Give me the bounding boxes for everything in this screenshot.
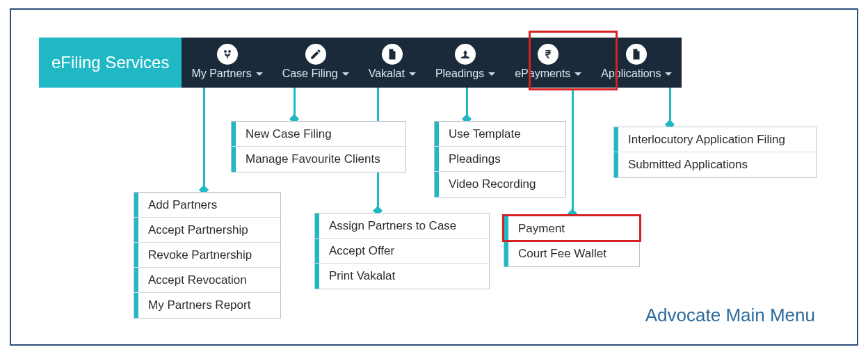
- menu-my-partners: Add Partners Accept Partnership Revoke P…: [134, 192, 281, 319]
- menu-item-revoke-partnership[interactable]: Revoke Partnership: [134, 243, 280, 268]
- menu-item-submitted-applications[interactable]: Submitted Applications: [614, 152, 816, 177]
- menu-item-label: My Partners Report: [138, 298, 260, 312]
- menu-epayments: Payment Court Fee Wallet: [504, 216, 640, 267]
- menu-applications: Interlocutory Application Filing Submitt…: [613, 127, 817, 178]
- menu-item-print-vakalat[interactable]: Print Vakalat: [315, 264, 489, 289]
- menu-item-label: Submitted Applications: [618, 158, 757, 172]
- menu-item-pleadings[interactable]: Pleadings: [435, 147, 565, 172]
- menu-item-interlocutory-application-filing[interactable]: Interlocutory Application Filing: [614, 127, 816, 152]
- menu-item-accept-revocation[interactable]: Accept Revocation: [134, 268, 280, 293]
- menu-item-label: Accept Partnership: [138, 223, 258, 237]
- chevron-down-icon: [574, 72, 581, 76]
- file-icon: [626, 44, 647, 65]
- nav-my-partners[interactable]: My Partners: [182, 38, 272, 88]
- menu-item-payment[interactable]: Payment: [504, 216, 639, 241]
- nav-label: ePayments: [515, 67, 570, 80]
- nav-applications[interactable]: Applications: [591, 38, 682, 88]
- menu-item-label: Add Partners: [138, 198, 227, 212]
- nav-label: My Partners: [191, 67, 251, 80]
- menu-case-filing: New Case Filing Manage Favourite Clients: [231, 121, 406, 172]
- menu-item-label: Court Fee Wallet: [508, 247, 616, 261]
- nav-label: Applications: [601, 67, 661, 80]
- figure-caption: Advocate Main Menu: [645, 305, 815, 326]
- chevron-down-icon: [488, 72, 495, 76]
- nav-vakalat[interactable]: Vakalat: [359, 38, 426, 88]
- hands-icon: [455, 44, 476, 65]
- menu-vakalat: Assign Partners to Case Accept Offer Pri…: [314, 213, 490, 289]
- menu-item-label: New Case Filing: [236, 127, 341, 141]
- menu-item-manage-favourite-clients[interactable]: Manage Favourite Clients: [232, 147, 405, 172]
- brand-title: eFiling Services: [39, 38, 182, 88]
- menu-pleadings: Use Template Pleadings Video Recording: [434, 121, 566, 198]
- menu-item-label: Payment: [508, 222, 574, 236]
- navbar: eFiling Services My Partners Case Filing: [39, 38, 682, 88]
- menu-item-use-template[interactable]: Use Template: [435, 122, 565, 147]
- menu-item-label: Revoke Partnership: [138, 248, 262, 262]
- partners-icon: [217, 44, 238, 65]
- menu-item-label: Use Template: [439, 127, 531, 141]
- chevron-down-icon: [342, 72, 349, 76]
- menu-item-label: Assign Partners to Case: [319, 219, 466, 233]
- nav-items: My Partners Case Filing Vakalat: [182, 38, 682, 88]
- connector: [203, 88, 205, 191]
- menu-item-add-partners[interactable]: Add Partners: [134, 193, 280, 218]
- menu-item-label: Interlocutory Application Filing: [618, 133, 795, 147]
- menu-item-accept-partnership[interactable]: Accept Partnership: [134, 218, 280, 243]
- menu-item-label: Video Recording: [439, 177, 545, 191]
- chevron-down-icon: [665, 72, 672, 76]
- menu-item-label: Print Vakalat: [319, 269, 405, 283]
- document-icon: [382, 44, 403, 65]
- menu-item-my-partners-report[interactable]: My Partners Report: [134, 293, 280, 318]
- connector: [572, 90, 574, 214]
- pencil-icon: [305, 44, 326, 65]
- nav-label: Pleadings: [435, 67, 484, 80]
- nav-pleadings[interactable]: Pleadings: [426, 38, 505, 88]
- menu-item-label: Pleadings: [439, 152, 511, 166]
- rupee-icon: [538, 44, 558, 65]
- nav-label: Case Filing: [282, 67, 338, 80]
- menu-item-court-fee-wallet[interactable]: Court Fee Wallet: [504, 241, 639, 266]
- nav-epayments[interactable]: ePayments: [505, 38, 591, 88]
- menu-item-new-case-filing[interactable]: New Case Filing: [232, 122, 405, 147]
- menu-item-assign-partners-to-case[interactable]: Assign Partners to Case: [315, 214, 489, 239]
- chevron-down-icon: [256, 72, 263, 76]
- nav-label: Vakalat: [369, 67, 405, 80]
- nav-case-filing[interactable]: Case Filing: [273, 38, 359, 88]
- menu-item-accept-offer[interactable]: Accept Offer: [315, 239, 489, 264]
- menu-item-label: Accept Offer: [319, 244, 404, 258]
- menu-item-video-recording[interactable]: Video Recording: [435, 172, 565, 197]
- menu-item-label: Manage Favourite Clients: [236, 152, 390, 166]
- chevron-down-icon: [409, 72, 416, 76]
- menu-item-label: Accept Revocation: [138, 273, 257, 287]
- document-frame: eFiling Services My Partners Case Filing: [10, 8, 858, 346]
